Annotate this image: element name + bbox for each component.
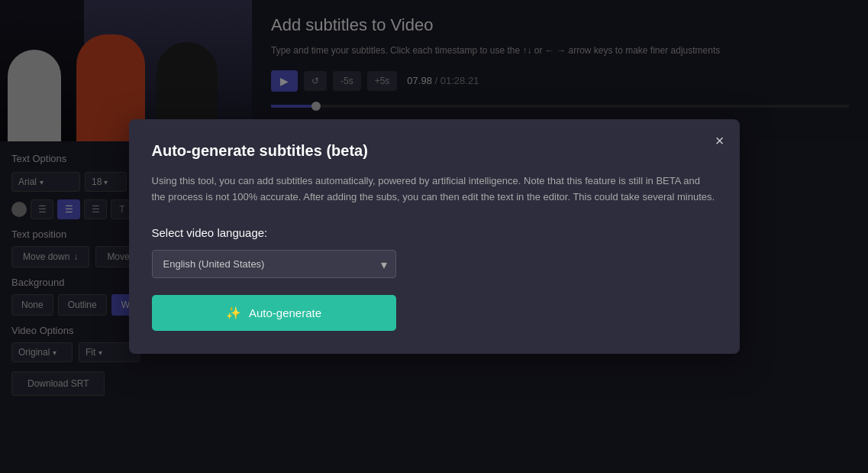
- modal-title: Auto-generate subtitles (beta): [152, 142, 717, 160]
- sparkle-icon: ✨: [226, 306, 241, 320]
- modal-language-label: Select video language:: [152, 226, 717, 239]
- auto-generate-label: Auto-generate: [249, 306, 321, 319]
- modal-overlay: Auto-generate subtitles (beta) × Using t…: [0, 0, 868, 473]
- language-select[interactable]: English (United States) English (United …: [152, 250, 396, 278]
- auto-generate-button[interactable]: ✨ Auto-generate: [152, 295, 396, 331]
- modal-description: Using this tool, you can add subtitles a…: [152, 173, 717, 206]
- auto-generate-modal: Auto-generate subtitles (beta) × Using t…: [129, 119, 740, 355]
- language-select-wrapper: English (United States) English (United …: [152, 250, 396, 278]
- modal-close-button[interactable]: ×: [715, 133, 724, 148]
